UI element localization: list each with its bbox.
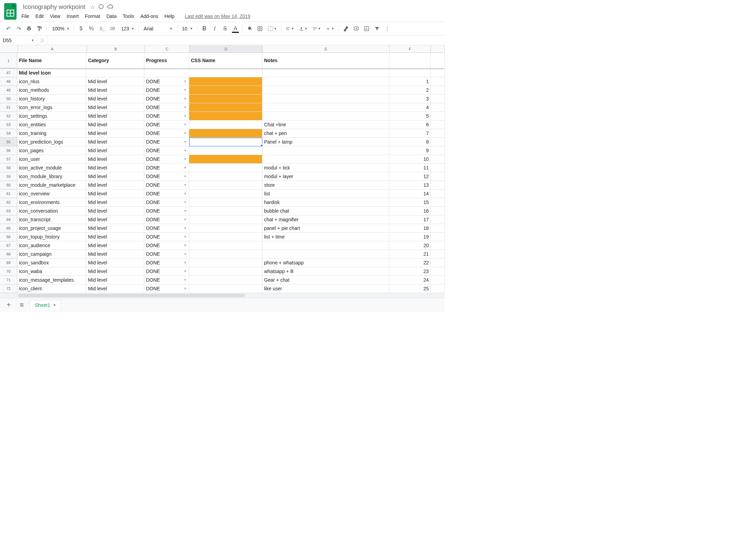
validation-dropdown-icon[interactable]: ▼ (184, 218, 187, 221)
cell[interactable]: Mid level (86, 77, 144, 86)
validation-dropdown-icon[interactable]: ▼ (184, 278, 187, 282)
cell[interactable] (189, 155, 262, 164)
row-header-70[interactable]: 70 (0, 267, 17, 276)
cell[interactable]: 13 (389, 181, 431, 190)
validation-dropdown-icon[interactable]: ▼ (184, 252, 187, 256)
row-header-1[interactable]: 1 (0, 53, 17, 69)
cell[interactable] (431, 207, 445, 215)
cell[interactable]: 25 (389, 284, 431, 293)
cell[interactable]: 10 (389, 155, 431, 164)
row-header-48[interactable]: 48 (0, 77, 17, 86)
cell[interactable]: 20 (389, 241, 431, 250)
cell[interactable]: DONE▼ (144, 207, 189, 215)
formula-bar-input[interactable] (48, 36, 445, 45)
cell[interactable]: Chat +line (262, 120, 389, 129)
row-header-60[interactable]: 60 (0, 181, 17, 190)
cell[interactable]: Mid level (86, 172, 144, 181)
cell[interactable]: icon_history (17, 95, 86, 103)
cell[interactable] (431, 53, 445, 68)
cell[interactable]: DONE▼ (144, 172, 189, 181)
cell[interactable]: Category (86, 53, 144, 68)
italic-icon[interactable]: I (210, 24, 220, 33)
currency-icon[interactable]: $ (76, 24, 86, 33)
cell[interactable] (262, 250, 389, 259)
name-box[interactable]: D55▼ (0, 36, 37, 45)
cell[interactable] (262, 146, 389, 155)
cell[interactable] (189, 103, 262, 112)
validation-dropdown-icon[interactable]: ▼ (184, 209, 187, 213)
cell[interactable] (189, 233, 262, 241)
cell[interactable]: chat + pen (262, 129, 389, 138)
cell[interactable]: modul + layer (262, 172, 389, 181)
row-header-59[interactable]: 59 (0, 172, 17, 181)
cell[interactable]: panel + pie chart (262, 224, 389, 233)
cell[interactable]: 1 (389, 77, 431, 86)
cell[interactable]: Mid level (86, 259, 144, 267)
cell[interactable]: icon_methods (17, 86, 86, 95)
cell[interactable]: Mid level (86, 95, 144, 103)
font-size-dropdown[interactable]: 10▼ (180, 26, 195, 31)
row-header-51[interactable]: 51 (0, 103, 17, 112)
cell[interactable]: 9 (389, 146, 431, 155)
row-header-61[interactable]: 61 (0, 190, 17, 198)
cell[interactable]: DONE▼ (144, 276, 189, 284)
validation-dropdown-icon[interactable]: ▼ (184, 149, 187, 152)
validation-dropdown-icon[interactable]: ▼ (184, 114, 187, 118)
cell[interactable]: DONE▼ (144, 233, 189, 241)
row-header-64[interactable]: 64 (0, 215, 17, 224)
cell[interactable]: 2 (389, 86, 431, 95)
cell[interactable] (262, 155, 389, 164)
cell[interactable]: icon_training (17, 129, 86, 138)
cell[interactable]: 18 (389, 224, 431, 233)
row-header-65[interactable]: 65 (0, 224, 17, 233)
row-header-63[interactable]: 63 (0, 207, 17, 215)
cell[interactable]: chat + magnifier (262, 215, 389, 224)
cell[interactable]: Notes (262, 53, 389, 68)
cell[interactable]: Mid level Icon (17, 69, 86, 77)
cell[interactable]: 12 (389, 172, 431, 181)
cell[interactable] (189, 172, 262, 181)
last-edit-link[interactable]: Last edit was on May 14, 2019 (185, 13, 250, 19)
more-icon[interactable]: ⋮ (382, 24, 392, 33)
cell[interactable]: DONE▼ (144, 215, 189, 224)
cell[interactable]: icon_settings (17, 112, 86, 120)
cell[interactable]: icon_conversation (17, 207, 86, 215)
cell[interactable] (262, 241, 389, 250)
validation-dropdown-icon[interactable]: ▼ (184, 270, 187, 273)
cell[interactable]: DONE▼ (144, 241, 189, 250)
cell[interactable]: 8 (389, 138, 431, 146)
cell[interactable]: icon_audience (17, 241, 86, 250)
row-header-68[interactable]: 68 (0, 250, 17, 259)
cell[interactable] (431, 267, 445, 276)
cell[interactable]: Mid level (86, 207, 144, 215)
row-header-67[interactable]: 67 (0, 241, 17, 250)
validation-dropdown-icon[interactable]: ▼ (184, 80, 187, 83)
validation-dropdown-icon[interactable]: ▼ (184, 88, 187, 92)
cell[interactable] (431, 190, 445, 198)
validation-dropdown-icon[interactable]: ▼ (184, 132, 187, 135)
menu-file[interactable]: File (21, 13, 29, 19)
validation-dropdown-icon[interactable]: ▼ (184, 140, 187, 144)
cell[interactable] (431, 276, 445, 284)
cell[interactable] (431, 112, 445, 120)
cell[interactable]: Mid level (86, 267, 144, 276)
cell[interactable] (431, 120, 445, 129)
undo-icon[interactable]: ↶ (3, 24, 13, 33)
cell[interactable] (262, 112, 389, 120)
menu-edit[interactable]: Edit (36, 13, 44, 19)
cell[interactable] (431, 164, 445, 172)
paint-format-icon[interactable] (35, 24, 44, 33)
cell[interactable]: DONE▼ (144, 284, 189, 293)
cell[interactable]: DONE▼ (144, 155, 189, 164)
row-header-69[interactable]: 69 (0, 259, 17, 267)
cell[interactable] (431, 259, 445, 267)
cell[interactable] (431, 103, 445, 112)
menu-insert[interactable]: Insert (67, 13, 79, 19)
cell[interactable] (431, 241, 445, 250)
cell[interactable]: Panel + lamp (262, 138, 389, 146)
row-header-52[interactable]: 52 (0, 112, 17, 120)
cell[interactable]: 14 (389, 190, 431, 198)
cell[interactable]: phone + whatsapp (262, 259, 389, 267)
cell[interactable] (189, 284, 262, 293)
cell[interactable]: DONE▼ (144, 120, 189, 129)
